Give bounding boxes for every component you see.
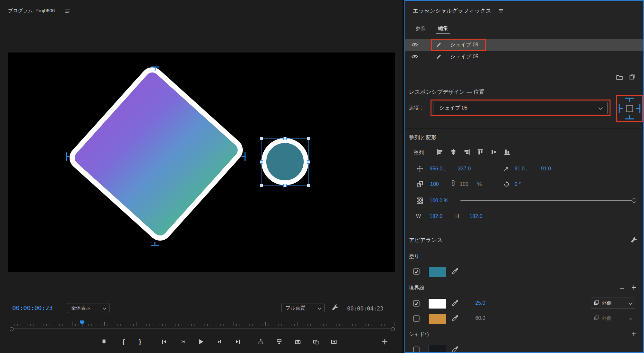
- selection-handle[interactable]: [283, 184, 287, 187]
- tab-edit-active-underline: [436, 33, 450, 34]
- anchor-x-value[interactable]: 91.0 ,: [515, 166, 527, 172]
- opacity-value[interactable]: 100.0 %: [430, 198, 449, 204]
- step-back-button[interactable]: [179, 338, 187, 346]
- opacity-slider-knob[interactable]: [632, 198, 636, 203]
- selection-handle[interactable]: [307, 160, 310, 164]
- extract-button[interactable]: [275, 338, 283, 346]
- add-shadow-plus-icon[interactable]: [631, 331, 637, 338]
- tab-browse[interactable]: 参照: [413, 25, 428, 32]
- follow-label: 追従 :: [409, 105, 422, 111]
- stroke1-align-select[interactable]: 外側: [591, 298, 635, 309]
- zoom-scrollbar-left-handle[interactable]: [10, 327, 14, 331]
- selection-box[interactable]: [261, 138, 309, 186]
- opacity-slider-track[interactable]: [460, 200, 634, 201]
- mark-in-button[interactable]: {: [119, 338, 128, 346]
- width-value[interactable]: 182.0: [430, 214, 442, 219]
- stroke2-color-swatch[interactable]: [428, 314, 446, 324]
- responsive-pin-widget[interactable]: [617, 96, 642, 121]
- eyedropper-icon[interactable]: [452, 315, 458, 323]
- eyedropper-icon[interactable]: [452, 300, 458, 308]
- link-scale-icon[interactable]: [451, 180, 455, 187]
- zoom-level-select[interactable]: 全体表示: [67, 303, 110, 313]
- stroke2-enabled-checkbox[interactable]: [413, 315, 420, 323]
- new-folder-icon[interactable]: [616, 75, 623, 81]
- video-preview-area[interactable]: [8, 52, 395, 272]
- button-editor-plus-button[interactable]: [381, 338, 389, 346]
- program-panel-menu-icon[interactable]: [65, 9, 70, 14]
- step-forward-button[interactable]: [215, 338, 224, 346]
- stroke1-color-swatch[interactable]: [428, 299, 446, 309]
- shadow-enabled-checkbox[interactable]: [413, 347, 420, 353]
- align-right-icon[interactable]: [464, 149, 470, 155]
- follow-target-select[interactable]: シェイプ 05: [433, 102, 608, 114]
- pen-layer-icon: [436, 54, 441, 61]
- position-y-value[interactable]: 337.0: [458, 166, 471, 172]
- align-center-vertical-icon[interactable]: [490, 149, 497, 155]
- stroke1-enabled-checkbox[interactable]: [413, 300, 420, 308]
- stroke2-align-select[interactable]: 外側: [591, 313, 635, 324]
- eyedropper-icon[interactable]: [452, 268, 458, 276]
- tab-edit[interactable]: 編集: [436, 25, 450, 32]
- align-bottom-icon[interactable]: [504, 149, 510, 155]
- add-stroke-plus-icon[interactable]: [631, 285, 637, 291]
- visibility-eye-icon[interactable]: [412, 54, 418, 60]
- appearance-settings-wrench-icon[interactable]: [630, 236, 638, 245]
- align-top-icon[interactable]: [477, 149, 484, 155]
- scale-x-value[interactable]: 100: [430, 181, 439, 187]
- zoom-scrollbar[interactable]: [10, 327, 395, 331]
- layer-row-shape09[interactable]: シェイプ 09: [405, 39, 643, 51]
- selection-handle[interactable]: [283, 137, 287, 140]
- rotation-icon: [503, 181, 510, 189]
- monitor-settings-wrench-icon[interactable]: [332, 304, 339, 312]
- selection-handle[interactable]: [260, 160, 263, 164]
- shadow-color-swatch[interactable]: [428, 345, 446, 353]
- playback-quality-select[interactable]: フル画質: [281, 303, 325, 313]
- remove-stroke-minus-icon[interactable]: [620, 286, 625, 293]
- pin-marker-left-icon: [66, 152, 71, 163]
- current-timecode[interactable]: 00:00:00:23: [12, 304, 53, 311]
- layer-row-shape05[interactable]: シェイプ 05: [405, 51, 643, 63]
- zoom-scrollbar-right-handle[interactable]: [391, 327, 395, 331]
- selection-handle[interactable]: [260, 137, 263, 140]
- anchor-point-icon: [503, 166, 510, 173]
- align-center-horizontal-icon[interactable]: [450, 149, 457, 155]
- sequence-duration: 00:00:04:23: [347, 305, 384, 312]
- eyedropper-icon[interactable]: [452, 346, 458, 353]
- time-ruler[interactable]: [8, 320, 397, 326]
- export-frame-button[interactable]: [294, 338, 302, 346]
- go-to-out-button[interactable]: [234, 338, 242, 346]
- eg-panel-menu-icon[interactable]: [498, 8, 504, 14]
- gradient-square-shape[interactable]: [65, 62, 248, 245]
- fill-enabled-checkbox[interactable]: [413, 268, 420, 276]
- chevron-down-icon: [598, 105, 603, 111]
- add-marker-button[interactable]: [100, 338, 108, 346]
- height-value[interactable]: 182.0: [469, 214, 482, 219]
- zoom-scrollbar-track[interactable]: [13, 329, 392, 329]
- anchor-crosshair-icon[interactable]: [285, 159, 285, 165]
- fill-color-swatch[interactable]: [428, 267, 446, 277]
- anchor-y-value[interactable]: 91.0: [541, 166, 551, 172]
- scale-y-value[interactable]: 100: [460, 181, 469, 187]
- stroke-align-corner-icon: [594, 315, 599, 322]
- comparison-view-button[interactable]: [312, 338, 320, 346]
- pin-marker-right-icon: [241, 152, 246, 163]
- pen-layer-icon: [436, 42, 441, 49]
- rotation-value[interactable]: 0 °: [515, 181, 521, 187]
- align-left-icon[interactable]: [437, 149, 443, 155]
- stroke1-width-value[interactable]: 25.0: [475, 300, 485, 306]
- play-button[interactable]: [197, 338, 205, 346]
- visibility-eye-icon[interactable]: [412, 43, 418, 48]
- selection-handle[interactable]: [307, 137, 310, 140]
- fill-label: 塗り: [409, 253, 419, 260]
- selection-handle[interactable]: [260, 184, 263, 187]
- chevron-down-icon: [629, 316, 632, 321]
- quick-export-button[interactable]: [330, 338, 338, 346]
- position-x-value[interactable]: 956.0 ,: [430, 166, 445, 172]
- stroke2-width-value[interactable]: 60.0: [475, 315, 485, 321]
- responsive-design-heading: レスポンシブデザイン — 位置: [409, 88, 484, 96]
- selection-handle[interactable]: [307, 184, 310, 187]
- go-to-in-button[interactable]: [160, 338, 168, 346]
- new-layer-icon[interactable]: [629, 74, 635, 81]
- mark-out-button[interactable]: }: [136, 338, 144, 346]
- lift-button[interactable]: [257, 338, 265, 346]
